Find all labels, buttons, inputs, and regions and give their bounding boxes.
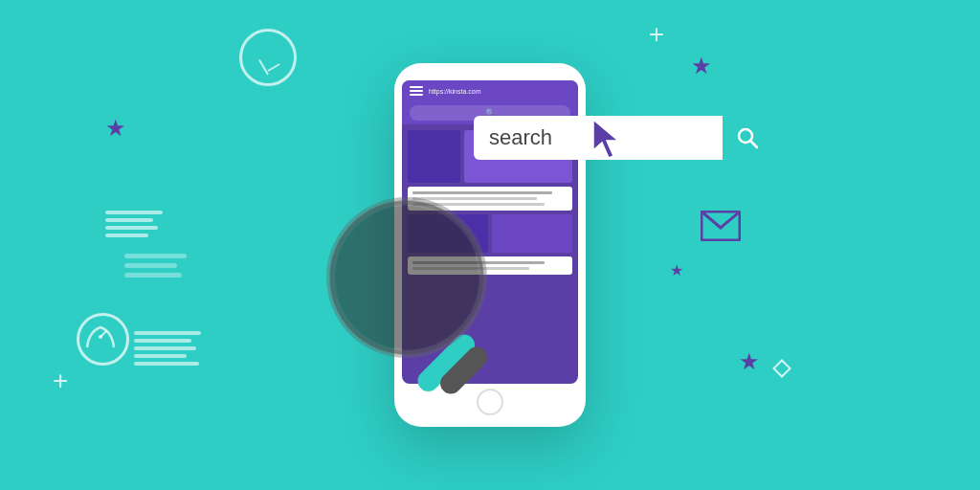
star-icon-left: ★ <box>105 115 126 142</box>
svg-point-1 <box>99 335 102 339</box>
phone-nav: https://kinsta.com <box>402 80 578 101</box>
teal-bars-left <box>124 254 187 278</box>
envelope-icon <box>701 211 741 245</box>
search-button[interactable] <box>723 113 772 163</box>
search-text: search <box>489 125 552 150</box>
plus-icon-top: + <box>649 21 664 48</box>
diamond-icon <box>772 359 791 378</box>
star-icon-bottom-right: ★ <box>739 348 760 375</box>
phone-url: https://kinsta.com <box>429 88 570 95</box>
cursor-icon <box>593 120 636 163</box>
svg-line-9 <box>750 141 757 147</box>
hamburger-icon <box>410 86 423 96</box>
lines-decoration-bottom-left <box>134 331 201 366</box>
search-icon <box>736 126 759 149</box>
clock-icon <box>239 29 297 86</box>
svg-point-4 <box>335 206 479 349</box>
speedometer-icon <box>77 313 129 366</box>
lines-decoration-left <box>105 211 163 237</box>
star-icon-top-right: ★ <box>691 53 712 79</box>
star-icon-small: ★ <box>670 261 683 279</box>
plus-icon-bottom: + <box>53 368 68 394</box>
svg-marker-10 <box>593 120 618 158</box>
magnifier-icon <box>316 187 536 407</box>
scene: + ★ ★ ★ ★ + <box>0 0 980 490</box>
